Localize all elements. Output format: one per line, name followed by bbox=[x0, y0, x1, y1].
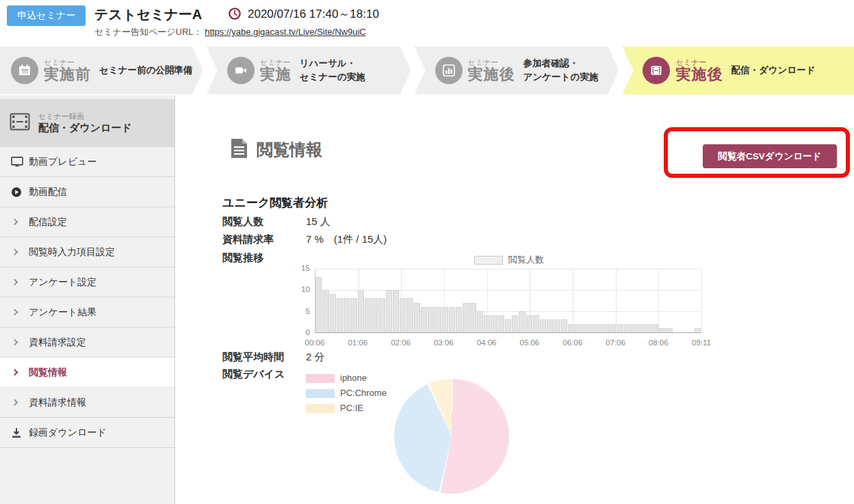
viewing-transition-label: 閲覧推移 bbox=[222, 252, 263, 265]
sidebar-item-video-preview[interactable]: 動画プレビュー bbox=[0, 147, 174, 177]
bar-chart-legend-swatch bbox=[474, 256, 503, 265]
bar bbox=[624, 324, 630, 332]
bar bbox=[358, 290, 364, 332]
download-icon bbox=[11, 427, 29, 438]
film-icon bbox=[643, 57, 670, 84]
bar bbox=[498, 315, 504, 332]
step-after-seminar-delivery[interactable]: セミナー 実施後 配信・ダウンロード bbox=[622, 47, 854, 94]
pie-legend-label-iphone: iphone bbox=[340, 373, 367, 383]
viewer-csv-download-button[interactable]: 閲覧者CSVダウンロード bbox=[703, 144, 837, 168]
sidebar-item-delivery-settings[interactable]: 配信設定 bbox=[0, 207, 174, 237]
bar bbox=[337, 298, 343, 332]
request-rate-value: 7 % (1件 / 15人) bbox=[306, 233, 387, 246]
film-strip-icon bbox=[10, 113, 30, 133]
bar bbox=[393, 290, 399, 332]
average-time-value: 2 分 bbox=[306, 351, 325, 364]
bar bbox=[667, 328, 673, 332]
top-header: 申込セミナー テストセミナーA 2020/07/16 17:40～18:10 セ… bbox=[0, 0, 854, 47]
bar bbox=[378, 298, 385, 332]
step-desc-line2: アンケートの実施 bbox=[523, 70, 599, 84]
step-stage-big: 実施前 bbox=[44, 66, 91, 82]
seminar-type-badge[interactable]: 申込セミナー bbox=[7, 5, 86, 26]
step-desc-line1: セミナー前の公開準備 bbox=[99, 64, 192, 77]
seminar-url-link[interactable]: https://yabe.gigacast.tv/Live/Site/Nw9ui… bbox=[205, 27, 366, 37]
chevron-right-icon bbox=[12, 249, 18, 256]
bar bbox=[435, 307, 441, 332]
step-before-seminar[interactable]: セミナー 実施前 セミナー前の公開準備 bbox=[0, 47, 203, 94]
step-stage-big: 実施後 bbox=[675, 66, 723, 82]
chevron-right-icon bbox=[12, 339, 18, 346]
viewers-count-label: 閲覧人数 bbox=[222, 215, 263, 228]
x-tick-label: 05:06 bbox=[519, 339, 539, 347]
bar bbox=[582, 324, 588, 332]
step-stage-big: 実施 bbox=[260, 66, 292, 82]
step-after-seminar-survey[interactable]: セミナー 実施後 参加者確認・ アンケートの実施 bbox=[415, 47, 619, 94]
bar bbox=[484, 315, 490, 332]
document-icon bbox=[230, 137, 248, 162]
sidebar-header-title: 配信・ダウンロード bbox=[38, 121, 132, 135]
sidebar-item-viewing-info[interactable]: 閲覧情報 bbox=[0, 358, 174, 388]
bar bbox=[477, 311, 483, 332]
device-pie-chart bbox=[394, 379, 509, 494]
bar bbox=[610, 324, 617, 332]
bar bbox=[386, 290, 392, 332]
bar bbox=[596, 324, 602, 332]
bar-series bbox=[315, 269, 701, 332]
section-title: ユニーク閲覧者分析 bbox=[222, 195, 328, 211]
pie-legend-swatch-iphone bbox=[306, 374, 335, 383]
seminar-title: テストセミナーA bbox=[94, 5, 202, 24]
bar bbox=[554, 319, 560, 332]
y-tick-label: 0 bbox=[291, 328, 310, 336]
bar bbox=[603, 324, 609, 332]
bar bbox=[512, 315, 518, 332]
x-tick-label: 06:06 bbox=[562, 339, 582, 347]
sidebar-item-label: 動画プレビュー bbox=[29, 156, 96, 168]
url-label: セミナー告知ページURL： bbox=[94, 27, 203, 37]
sidebar-item-label: 資料請求設定 bbox=[29, 336, 86, 349]
progress-steps: セミナー 実施前 セミナー前の公開準備 セミナー 実施 リハーサル・ セミ bbox=[0, 47, 854, 94]
step-desc-line1: 配信・ダウンロード bbox=[731, 64, 815, 77]
bar bbox=[533, 315, 539, 332]
sidebar-item-viewing-input-settings[interactable]: 閲覧時入力項目設定 bbox=[0, 237, 174, 267]
sidebar-item-recording-download[interactable]: 録画ダウンロード bbox=[0, 418, 174, 448]
bar bbox=[645, 324, 651, 332]
y-tick-label: 15 bbox=[291, 264, 310, 272]
pie-legend-swatch-chrome bbox=[306, 389, 335, 398]
chevron-right-icon bbox=[12, 309, 18, 316]
bar bbox=[526, 315, 532, 332]
x-tick-label: 03:06 bbox=[434, 339, 454, 347]
bar bbox=[442, 307, 448, 332]
sidebar-item-label: アンケート設定 bbox=[29, 276, 96, 289]
y-tick-label: 10 bbox=[291, 285, 310, 293]
play-icon bbox=[11, 187, 29, 198]
sidebar-item-video-delivery[interactable]: 動画配信 bbox=[0, 177, 174, 207]
sidebar-item-survey-results[interactable]: アンケート結果 bbox=[0, 297, 174, 328]
gridline bbox=[701, 269, 702, 332]
bar bbox=[406, 298, 413, 332]
bar bbox=[547, 319, 553, 332]
chevron-right-icon bbox=[12, 399, 18, 406]
sidebar-item-survey-settings[interactable]: アンケート設定 bbox=[0, 267, 174, 297]
y-tick-label: 5 bbox=[291, 307, 310, 315]
bar bbox=[652, 324, 658, 332]
pie-legend-swatch-ie bbox=[306, 404, 335, 413]
page-title: 閲覧情報 bbox=[257, 139, 322, 161]
bar bbox=[659, 328, 665, 332]
sidebar-item-document-request-settings[interactable]: 資料請求設定 bbox=[0, 328, 174, 358]
sidebar-item-label: 動画配信 bbox=[29, 186, 67, 198]
bar bbox=[568, 324, 574, 332]
bar bbox=[414, 303, 420, 332]
bar bbox=[575, 324, 581, 332]
sidebar-item-label: 配信設定 bbox=[29, 216, 67, 228]
step-during-seminar[interactable]: セミナー 実施 リハーサル・ セミナーの実施 bbox=[207, 47, 411, 94]
main-content: 閲覧情報 閲覧者CSVダウンロード ユニーク閲覧者分析 閲覧人数 15 人 資料… bbox=[176, 95, 854, 504]
chevron-right-icon bbox=[12, 279, 18, 286]
sidebar-item-label: 閲覧時入力項目設定 bbox=[29, 246, 115, 258]
sidebar-item-document-request-info[interactable]: 資料請求情報 bbox=[0, 388, 174, 418]
sidebar: セミナー録画 配信・ダウンロード 動画プレビュー 動画配信 bbox=[0, 95, 175, 504]
x-tick-label: 02:06 bbox=[391, 339, 411, 347]
bar bbox=[505, 319, 511, 332]
sidebar-item-label: アンケート結果 bbox=[29, 306, 96, 319]
bar bbox=[350, 298, 357, 332]
bar bbox=[330, 294, 336, 332]
